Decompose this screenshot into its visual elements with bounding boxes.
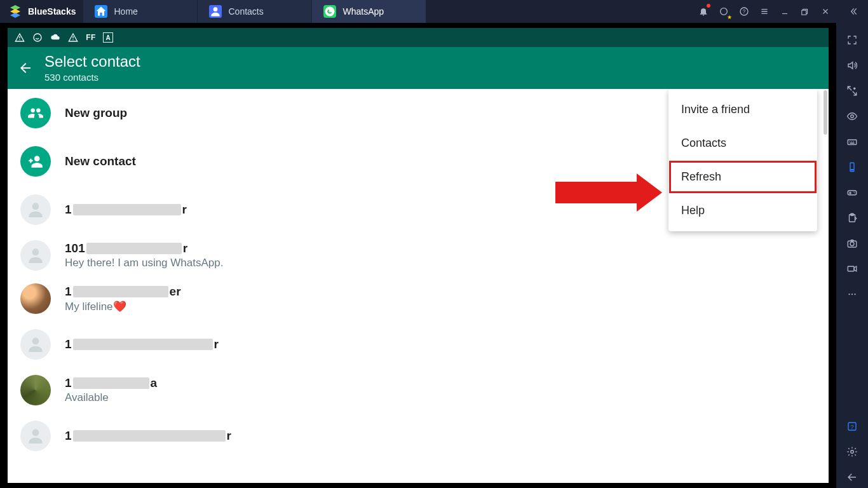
collapse-sidebar-icon[interactable] xyxy=(844,2,863,21)
svg-rect-9 xyxy=(848,140,857,145)
whatsapp-app: FF A Select contact 530 contacts New gro… xyxy=(8,28,829,483)
tab-whatsapp[interactable]: WhatsApp xyxy=(312,0,426,23)
minimize-icon[interactable] xyxy=(775,2,794,21)
scrollbar[interactable] xyxy=(824,90,827,135)
page-subtitle: 530 contacts xyxy=(44,72,140,83)
svg-point-0 xyxy=(214,7,218,11)
contact-name: 101r xyxy=(65,241,223,255)
back-button[interactable] xyxy=(11,54,39,82)
arrow-left-icon xyxy=(18,60,33,76)
svg-point-16 xyxy=(850,242,854,246)
contact-name: 1r xyxy=(65,429,231,443)
svg-rect-17 xyxy=(848,266,854,271)
menu-icon[interactable] xyxy=(755,2,774,21)
gift-icon[interactable] xyxy=(714,2,733,21)
device-icon[interactable] xyxy=(841,156,863,178)
android-status-bar: FF A xyxy=(8,28,829,47)
maximize-icon[interactable] xyxy=(796,2,815,21)
svg-rect-6 xyxy=(802,10,806,15)
group-icon xyxy=(20,98,51,128)
svg-point-19 xyxy=(851,294,853,295)
settings-icon[interactable] xyxy=(841,441,863,463)
bluestacks-sidebar: ? xyxy=(836,23,868,488)
page-title: Select contact xyxy=(44,53,140,70)
avatar xyxy=(20,283,51,314)
bluestacks-logo xyxy=(8,4,23,19)
avatar xyxy=(20,194,51,225)
contact-status: Available xyxy=(65,391,157,404)
tab-label: Contacts xyxy=(228,6,263,17)
tab-label: WhatsApp xyxy=(342,6,384,17)
gamepad-icon[interactable] xyxy=(841,182,863,203)
menu-help[interactable]: Help xyxy=(668,194,817,227)
avatar xyxy=(20,329,51,360)
whatsapp-icon xyxy=(323,5,336,18)
svg-text:?: ? xyxy=(850,424,853,430)
camera-icon[interactable] xyxy=(841,233,863,254)
svg-point-8 xyxy=(851,115,854,118)
bluestacks-brand: BlueStacks xyxy=(28,6,76,17)
svg-point-7 xyxy=(854,88,855,89)
bluestacks-top-bar: BlueStacks Home Contacts WhatsApp ? xyxy=(0,0,868,23)
contact-row[interactable]: 1a Available xyxy=(8,369,829,412)
svg-point-28 xyxy=(32,337,39,344)
warning-icon xyxy=(67,32,79,43)
location-icon[interactable] xyxy=(841,80,863,102)
tab-strip: Home Contacts WhatsApp xyxy=(83,0,426,23)
menu-refresh[interactable]: Refresh xyxy=(668,160,817,194)
svg-point-27 xyxy=(32,248,39,255)
contact-status: Hey there! I am using WhatsApp. xyxy=(65,257,223,269)
help-square-icon[interactable]: ? xyxy=(841,416,863,437)
contact-name: 1r xyxy=(65,337,219,351)
tab-home[interactable]: Home xyxy=(83,0,198,23)
contact-name: 1r xyxy=(65,203,187,217)
keyboard-icon[interactable] xyxy=(841,131,863,152)
tab-contacts[interactable]: Contacts xyxy=(198,0,312,23)
ff-icon: FF xyxy=(85,32,97,43)
bell-icon[interactable] xyxy=(694,2,713,21)
emulator-viewport: FF A Select contact 530 contacts New gro… xyxy=(0,23,836,488)
home-icon xyxy=(95,5,107,18)
contact-row[interactable]: 1er My lifeline❤️ xyxy=(8,277,829,320)
fullscreen-icon[interactable] xyxy=(841,29,863,51)
more-icon[interactable] xyxy=(841,283,863,305)
volume-icon[interactable] xyxy=(841,55,863,76)
overflow-menu: Invite a friend Contacts Refresh Help xyxy=(668,89,817,231)
avatar xyxy=(20,375,51,405)
avatar xyxy=(20,240,51,271)
menu-invite-friend[interactable]: Invite a friend xyxy=(668,93,817,126)
back-sidebar-icon[interactable] xyxy=(841,466,863,488)
contact-row[interactable]: 1r xyxy=(8,320,829,369)
annotation-arrow xyxy=(555,182,637,203)
svg-point-25 xyxy=(34,156,40,161)
menu-contacts[interactable]: Contacts xyxy=(668,126,817,160)
svg-point-18 xyxy=(848,294,850,295)
tab-label: Home xyxy=(114,6,137,17)
record-icon[interactable] xyxy=(841,258,863,280)
svg-point-29 xyxy=(32,429,39,436)
a-box-icon: A xyxy=(103,32,113,43)
contact-list: New group New contact 1r xyxy=(8,89,829,483)
svg-point-24 xyxy=(34,34,41,41)
close-icon[interactable] xyxy=(816,2,835,21)
row-label: New group xyxy=(65,106,127,120)
svg-point-23 xyxy=(851,451,854,454)
clipboard-icon[interactable] xyxy=(841,207,863,229)
row-label: New contact xyxy=(65,154,136,168)
add-contact-icon xyxy=(20,146,51,177)
contacts-icon xyxy=(209,5,222,18)
help-icon[interactable]: ? xyxy=(735,2,754,21)
svg-point-20 xyxy=(854,294,855,295)
eye-icon[interactable] xyxy=(841,105,863,127)
svg-point-2 xyxy=(721,8,728,15)
cloud-icon xyxy=(50,32,61,43)
contact-status: My lifeline❤️ xyxy=(65,300,181,313)
avatar xyxy=(20,421,51,451)
contact-row[interactable]: 1r xyxy=(8,412,829,460)
whatsapp-header: Select contact 530 contacts xyxy=(8,47,829,89)
svg-point-26 xyxy=(32,203,39,210)
contact-row[interactable]: 101r Hey there! I am using WhatsApp. xyxy=(8,234,829,277)
contact-name: 1er xyxy=(65,285,181,299)
svg-text:?: ? xyxy=(743,8,746,15)
top-right-controls: ? xyxy=(694,2,865,21)
